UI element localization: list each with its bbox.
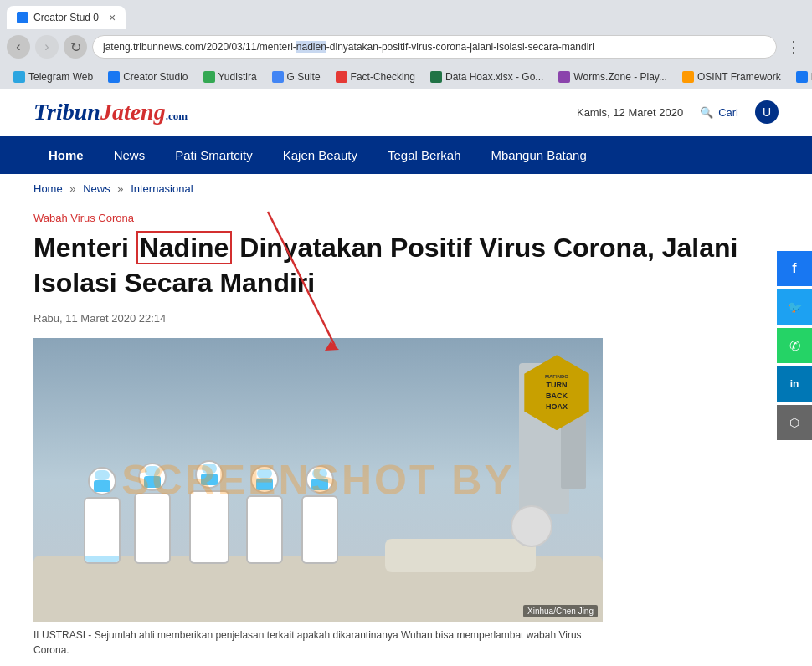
site-user-avatar[interactable]: U — [755, 100, 779, 124]
social-whatsapp-button[interactable]: ✆ — [777, 328, 812, 363]
active-tab[interactable]: Creator Stud 0 × — [7, 6, 126, 29]
site-navigation: Home News Pati Smartcity Kajen Beauty Te… — [0, 136, 812, 174]
site-header: TribunJateng.com Kamis, 12 Maret 2020 🔍 … — [0, 89, 812, 136]
article-date: Rabu, 11 Maret 2020 22:14 — [33, 312, 753, 325]
osint-icon — [682, 71, 694, 83]
page-content: TribunJateng.com Kamis, 12 Maret 2020 🔍 … — [0, 89, 812, 666]
browser-chrome: Creator Stud 0 × ‹ › ↻ jateng.tribunnews… — [0, 0, 812, 89]
breadcrumb-home[interactable]: Home — [33, 182, 63, 195]
bookmark-fact-checking[interactable]: Fact-Checking — [329, 69, 422, 85]
tab-title: Creator Stud 0 — [33, 12, 99, 23]
bookmark-creator-studio[interactable]: Creator Studio — [101, 69, 194, 85]
bookmark-label: Telegram Web — [28, 71, 93, 83]
article-wrapper: Wabah Virus Corona Menteri Nadine Dinyat… — [0, 203, 812, 666]
bookmark-label: Data Hoax.xlsx - Go... — [445, 71, 543, 83]
social-sidebar: f 🐦 ✆ in ⬡ — [777, 251, 812, 440]
bookmark-label: Fact-Checking — [351, 71, 415, 83]
site-logo-com: .com — [166, 110, 188, 122]
social-facebook-button[interactable]: f — [777, 251, 812, 286]
article-title-nadine: Nadine — [136, 231, 233, 264]
bookmark-label: Worms.Zone - Play... — [573, 71, 667, 83]
gsuite-icon — [272, 71, 284, 83]
site-logo: TribunJateng.com — [33, 99, 188, 126]
browser-menu-button[interactable]: ⋮ — [782, 35, 805, 59]
bookmark-daftar[interactable]: Daftar Fact-check... — [789, 69, 812, 85]
bookmark-label: OSINT Framework — [697, 71, 781, 83]
nav-kajen[interactable]: Kajen Beauty — [268, 136, 373, 174]
ppe-scene: SCREENSHOT BY MAFINDO TURN BACK HOAX — [33, 338, 603, 622]
bookmark-gsuite[interactable]: G Suite — [265, 69, 327, 85]
whatsapp-icon: ✆ — [789, 338, 800, 354]
site-date: Kamis, 12 Maret 2020 — [577, 106, 683, 119]
article-image: SCREENSHOT BY MAFINDO TURN BACK HOAX — [33, 338, 603, 622]
article-title: Menteri Nadine Dinyatakan Positif Virus … — [33, 231, 753, 300]
tab-bar: Creator Stud 0 × — [0, 0, 812, 30]
bookmark-worms[interactable]: Worms.Zone - Play... — [552, 69, 674, 85]
search-label: Cari — [718, 106, 738, 119]
site-header-right: Kamis, 12 Maret 2020 🔍 Cari U — [577, 100, 779, 124]
tab-close-button[interactable]: × — [109, 11, 116, 24]
breadcrumb-section[interactable]: Internasional — [131, 182, 193, 195]
twitter-icon: 🐦 — [788, 300, 802, 314]
address-highlight: nadien — [296, 41, 326, 53]
yudistira-icon — [203, 71, 215, 83]
breadcrumb-sep-2: » — [117, 182, 126, 195]
article-category[interactable]: Wabah Virus Corona — [33, 212, 753, 224]
bookmark-osint[interactable]: OSINT Framework — [676, 69, 788, 85]
social-twitter-button[interactable]: 🐦 — [777, 289, 812, 325]
nav-tegal[interactable]: Tegal Berkah — [373, 136, 476, 174]
fc-icon — [336, 71, 347, 83]
daftar-icon — [796, 71, 808, 83]
nav-home[interactable]: Home — [33, 136, 99, 174]
article-title-before: Menteri — [33, 233, 136, 263]
nav-mbangun[interactable]: Mbangun Batang — [476, 136, 602, 174]
bookmark-label: G Suite — [287, 71, 321, 83]
bookmark-datahoax[interactable]: Data Hoax.xlsx - Go... — [424, 69, 550, 85]
bookmark-label: Creator Studio — [123, 71, 188, 83]
image-caption: ILUSTRASI - Sejumlah ahli memberikan pen… — [33, 628, 603, 658]
address-bar-row: ‹ › ↻ jateng.tribunnews.com/2020/03/11/m… — [0, 30, 812, 64]
bookmark-label: Yudistira — [218, 71, 257, 83]
worms-icon — [558, 71, 570, 83]
linkedin-icon: in — [790, 378, 799, 390]
nav-pati[interactable]: Pati Smartcity — [160, 136, 268, 174]
refresh-button[interactable]: ↻ — [64, 35, 87, 59]
tab-favicon — [17, 12, 28, 23]
forward-button[interactable]: › — [35, 35, 59, 59]
bookmarks-bar: Telegram Web Creator Studio Yudistira G … — [0, 64, 812, 89]
anti-hoax-badge: MAFINDO TURN BACK HOAX — [519, 355, 594, 430]
nav-news[interactable]: News — [99, 136, 161, 174]
search-icon: 🔍 — [700, 106, 713, 119]
excel-icon — [430, 71, 442, 83]
breadcrumb-news[interactable]: News — [83, 182, 110, 195]
social-linkedin-button[interactable]: in — [777, 366, 812, 402]
article-image-wrapper: SCREENSHOT BY MAFINDO TURN BACK HOAX — [33, 338, 603, 658]
bookmark-yudistira[interactable]: Yudistira — [197, 69, 264, 85]
fb-icon — [108, 71, 120, 83]
site-search-button[interactable]: 🔍 Cari — [700, 106, 738, 119]
facebook-icon: f — [792, 261, 796, 276]
back-button[interactable]: ‹ — [7, 35, 30, 59]
telegram-icon — [13, 71, 25, 83]
article-main: Wabah Virus Corona Menteri Nadine Dinyat… — [33, 212, 753, 658]
bookmark-telegram[interactable]: Telegram Web — [7, 69, 100, 85]
breadcrumb: Home » News » Internasional — [0, 174, 812, 203]
image-credit: Xinhua/Chen Jing — [523, 605, 598, 617]
social-share-button[interactable]: ⬡ — [777, 405, 812, 440]
address-text: jateng.tribunnews.com/2020/03/11/menteri… — [103, 41, 594, 53]
address-bar[interactable]: jateng.tribunnews.com/2020/03/11/menteri… — [92, 35, 777, 59]
breadcrumb-sep-1: » — [69, 182, 79, 195]
share-icon: ⬡ — [789, 416, 799, 429]
